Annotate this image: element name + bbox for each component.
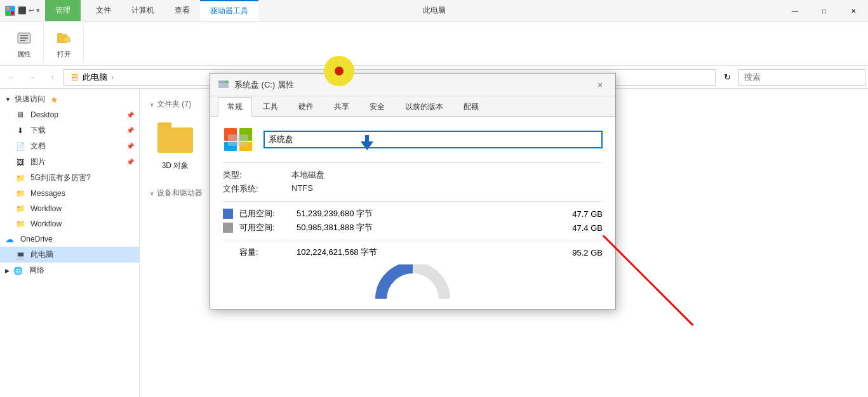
disk-icon-large xyxy=(223,127,253,152)
window-title: 此电脑 xyxy=(423,5,446,16)
sidebar-item-desktop[interactable]: 🖥 Desktop 📌 xyxy=(0,107,139,122)
tab-manage[interactable]: 管理 xyxy=(45,0,81,21)
svg-rect-0 xyxy=(6,7,10,10)
tab-view[interactable]: 查看 xyxy=(164,0,200,21)
minimize-button[interactable]: — xyxy=(780,0,810,22)
dialog-tab-sharing[interactable]: 共享 xyxy=(324,97,359,117)
refresh-button[interactable]: ↻ xyxy=(718,68,736,86)
pin-icon: 📌 xyxy=(126,127,134,134)
back-button[interactable]: ← xyxy=(3,68,20,86)
sidebar-onedrive-header[interactable]: ☁ OneDrive xyxy=(0,231,139,247)
forward-button[interactable]: → xyxy=(23,68,41,86)
pin-icon: 📌 xyxy=(126,159,134,166)
pictures-icon: 🖼 xyxy=(15,157,25,167)
sidebar-item-label: Workflow xyxy=(30,204,134,213)
sidebar-item-label: 文档 xyxy=(30,141,121,152)
search-input[interactable] xyxy=(738,69,865,86)
dialog-divider-1 xyxy=(223,162,603,163)
dialog-general-content: 类型: 本地磁盘 文件系统: NTFS 已用空间: 51,239,239,680… xyxy=(210,117,615,309)
capacity-size: 95.2 GB xyxy=(558,248,603,257)
dialog-title-text: 系统盘 (C:) 属性 xyxy=(234,79,587,91)
title-bar: ⬛ ↩ ▾ 管理 此电脑 文件 计算机 查看 驱动器工具 — □ ✕ xyxy=(0,0,868,22)
dialog-divider-3 xyxy=(223,240,603,240)
ribbon-section-open: 打开 xyxy=(45,23,84,64)
sidebar-item-messages[interactable]: 📁 Messages xyxy=(0,186,139,201)
used-space-row: 已用空间: 51,239,239,680 字节 47.7 GB xyxy=(223,208,603,219)
back-icon: ← xyxy=(8,73,15,82)
ribbon-btn-open[interactable]: 打开 xyxy=(50,27,78,60)
pin-icon: 📌 xyxy=(126,112,134,119)
svg-point-31 xyxy=(225,81,228,83)
fs-label: 文件系统: xyxy=(223,183,286,195)
properties-label: 属性 xyxy=(17,49,31,59)
sidebar-item-label: 此电脑 xyxy=(30,249,134,260)
close-button[interactable]: ✕ xyxy=(839,0,868,22)
free-color-box xyxy=(223,223,233,233)
up-button[interactable]: ↑ xyxy=(43,68,61,86)
sidebar-item-documents[interactable]: 📄 文档 📌 xyxy=(0,138,139,154)
disk-name-row xyxy=(223,127,603,152)
sidebar: ▼ 快速访问 ★ 🖥 Desktop 📌 ⬇ 下载 📌 📄 文档 📌 🖼 图片 … xyxy=(0,89,140,397)
forward-icon: → xyxy=(28,73,36,82)
devices-section-label: 设备和驱动器 xyxy=(157,188,203,198)
capacity-spacer xyxy=(223,247,233,257)
desktop-icon: 🖥 xyxy=(15,110,25,120)
svg-rect-1 xyxy=(11,7,14,10)
chevron-folders-icon: ∨ xyxy=(150,101,154,108)
sidebar-network-header[interactable]: ▶ 🌐 网络 xyxy=(0,263,139,278)
quickaccess-label: 快速访问 xyxy=(15,94,45,105)
chevron-down-icon: ▼ xyxy=(5,96,11,103)
folder-item-3d[interactable]: 3D 对象 xyxy=(150,115,201,175)
documents-icon: 📄 xyxy=(15,141,25,152)
chevron-addr: › xyxy=(111,73,114,82)
dialog-close-button[interactable]: × xyxy=(592,77,608,93)
sidebar-item-pictures[interactable]: 🖼 图片 📌 xyxy=(0,154,139,170)
sidebar-item-label: 图片 xyxy=(30,157,121,167)
refresh-icon: ↻ xyxy=(724,72,731,82)
dialog-titlebar: 系统盘 (C:) 属性 × xyxy=(210,74,615,96)
capacity-label: 容量: xyxy=(239,247,290,258)
folder-icon-messages: 📁 xyxy=(15,188,25,198)
dialog-title-icon xyxy=(218,78,229,92)
dialog-tab-previous[interactable]: 以前的版本 xyxy=(396,97,453,117)
free-label: 可用空间: xyxy=(239,222,290,233)
svg-rect-9 xyxy=(57,33,62,36)
dialog-tab-hardware[interactable]: 硬件 xyxy=(289,97,323,117)
folder-icon-addr: 🖥 xyxy=(69,72,79,82)
sidebar-quickaccess-header[interactable]: ▼ 快速访问 ★ xyxy=(0,91,139,107)
folders-section-label: 文件夹 (7) xyxy=(157,99,191,110)
dialog-tab-security[interactable]: 安全 xyxy=(360,97,394,117)
svg-marker-10 xyxy=(63,37,70,42)
disk-info-basic: 类型: 本地磁盘 文件系统: NTFS xyxy=(223,169,603,195)
used-size: 47.7 GB xyxy=(558,209,603,219)
ribbon-btn-properties[interactable]: 属性 xyxy=(10,27,38,60)
quick-access-toolbar: ⬛ ↩ ▾ xyxy=(18,6,40,15)
free-size: 47.4 GB xyxy=(558,223,603,233)
network-label: 网络 xyxy=(29,265,44,276)
star-icon: ★ xyxy=(50,94,58,105)
sidebar-item-workflow2[interactable]: 📁 Workflow xyxy=(0,216,139,231)
sidebar-item-thispc[interactable]: 💻 此电脑 xyxy=(0,247,139,263)
dialog-tab-tools[interactable]: 工具 xyxy=(253,97,288,117)
svg-rect-2 xyxy=(6,11,10,15)
dialog-tab-general[interactable]: 常规 xyxy=(218,97,252,117)
chevron-devices-icon: ∨ xyxy=(150,190,154,197)
sidebar-item-5g[interactable]: 📁 5G到底有多厉害? xyxy=(0,170,139,186)
disk-name-input[interactable] xyxy=(264,131,603,148)
sidebar-item-workflow1[interactable]: 📁 Workflow xyxy=(0,201,139,216)
folder-icon-workflow2: 📁 xyxy=(15,219,25,229)
onedrive-icon: ☁ xyxy=(5,234,14,244)
dialog-donut-chart xyxy=(223,261,603,299)
type-label: 类型: xyxy=(223,169,286,181)
dialog-divider-2 xyxy=(223,201,603,202)
used-label: 已用空间: xyxy=(239,208,290,219)
dialog-tab-quota[interactable]: 配额 xyxy=(454,97,488,117)
maximize-button[interactable]: □ xyxy=(810,0,839,22)
chevron-right-icon: ▶ xyxy=(5,268,10,274)
tab-drive-tools[interactable]: 驱动器工具 xyxy=(200,0,258,21)
sidebar-item-downloads[interactable]: ⬇ 下载 📌 xyxy=(0,122,139,138)
tab-computer[interactable]: 计算机 xyxy=(121,0,164,21)
sidebar-item-label: Messages xyxy=(30,189,134,198)
tab-file[interactable]: 文件 xyxy=(86,0,121,21)
open-icon xyxy=(54,28,74,48)
